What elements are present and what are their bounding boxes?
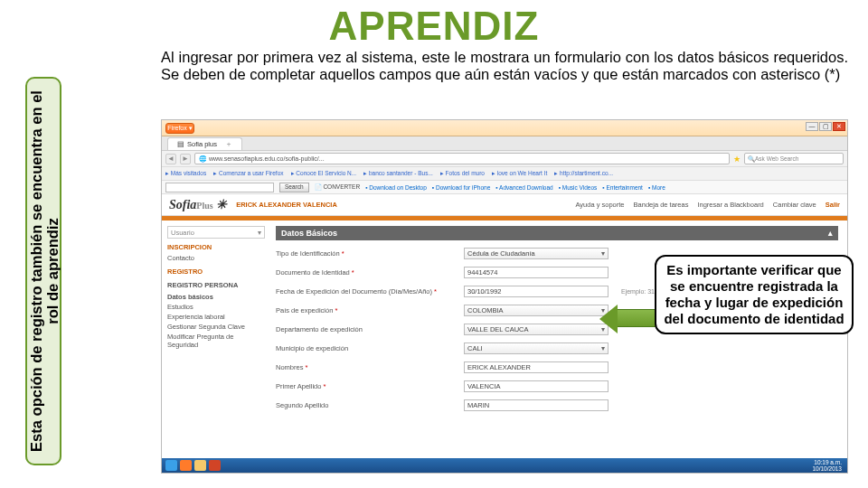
form-label: Nombres * [276, 363, 457, 371]
sofia-menu-item[interactable]: Cambiar clave [773, 201, 816, 209]
sofia-top-menu: Ayuda y soporteBandeja de tareasIngresar… [575, 201, 840, 209]
sidebar-item[interactable]: Experiencia laboral [167, 312, 265, 322]
form-label: Fecha de Expedición del Documento (Día/M… [276, 287, 457, 296]
toolbar-link[interactable]: ▪ Entertainment [602, 184, 643, 191]
bookmark-link[interactable]: ▸ banco santander - Bus... [363, 170, 433, 177]
bookmark-link[interactable]: ▸ Comenzar a usar Firefox [213, 170, 283, 177]
form-input[interactable]: 94414574 [464, 267, 609, 278]
sidebar-item[interactable]: Datos básicos [167, 292, 265, 302]
toolbar-link[interactable]: ▪ Download on Desktop [365, 184, 427, 191]
url-input[interactable]: 🌐 www.senasofiaplus.edu.co/sofia-public/… [194, 153, 730, 164]
taskbar-firefox-icon[interactable] [180, 460, 192, 471]
sidebar-item[interactable]: Gestionar Segunda Clave [167, 322, 265, 332]
taskbar-clock: 10:19 a.m.10/10/2013 [812, 459, 844, 472]
sofia-menu-item[interactable]: Ayuda y soporte [575, 201, 624, 209]
window-controls[interactable]: —▢✕ [806, 122, 845, 131]
form-label: Tipo de Identificación * [276, 249, 457, 258]
sidebar-item[interactable]: Modificar Pregunta de Seguridad [167, 332, 265, 350]
form-section-header[interactable]: Datos Básicos [276, 226, 838, 240]
sidebar-section-head: INSCRIPCION [167, 243, 265, 251]
form-label: Segundo Apellido [276, 401, 457, 409]
toolbar-link[interactable]: ▪ More [648, 184, 665, 191]
bookmark-link[interactable]: ▸ Más visitados [165, 170, 206, 177]
form-input[interactable]: VALENCIA [464, 380, 609, 392]
sidebar-item[interactable]: REGISTRO PERSONA [167, 280, 265, 290]
toolbar-search-button[interactable]: Search [279, 183, 309, 192]
sofia-menu-item[interactable]: Bandeja de tareas [634, 201, 689, 209]
bookmark-link[interactable]: ▸ love on We Heart It [492, 170, 547, 177]
callout-box: Es importante verificar que se encuentre… [655, 255, 854, 334]
sofia-menu-item[interactable]: Ingresar a Blackboard [697, 201, 763, 209]
logout-link[interactable]: Salir [826, 201, 840, 209]
bookmark-link[interactable]: ▸ http://startiment.co... [554, 170, 613, 177]
form-label: Municipio de expedición [276, 344, 457, 352]
page-title: APRENDIZ [0, 0, 868, 49]
sofia-header: SofiaPlus ✳ ERICK ALEXANDER VALENCIA Ayu… [162, 194, 847, 216]
form-row: Nombres *ERICK ALEXANDER [276, 361, 838, 373]
sidebar-section-head: REGISTRO [167, 267, 265, 276]
side-note-box: Esta opción de registro también se encue… [25, 77, 61, 465]
back-button[interactable]: ◄ [165, 154, 176, 164]
browser-tab[interactable]: ▤Sofia plus＋ [167, 137, 242, 150]
intro-paragraph: Al ingresar por primera vez al sistema, … [161, 49, 848, 83]
role-select[interactable]: Usuario [167, 226, 265, 239]
sofia-logo: SofiaPlus ✳ [169, 197, 227, 212]
addon-toolbar: Search 📄 CONVERTER ▪ Download on Desktop… [162, 181, 847, 194]
form-input[interactable]: MARIN [464, 399, 609, 411]
form-label: Departamento de expedición [276, 325, 457, 333]
tab-bar: ▤Sofia plus＋ [162, 136, 847, 151]
form-select[interactable]: Cédula de Ciudadanía [464, 248, 609, 259]
form-label: País de expedición * [276, 306, 457, 314]
address-bar-row: ◄ ► 🌐 www.senasofiaplus.edu.co/sofia-pub… [162, 151, 847, 167]
logged-user-name: ERICK ALEXANDER VALENCIA [236, 201, 337, 209]
form-input[interactable]: 30/10/1992 [464, 286, 609, 297]
firefox-menu-button[interactable]: Firefox ▾ [165, 123, 194, 134]
bookmark-link[interactable]: ▸ Conoce El Servicio N... [291, 170, 357, 177]
bookmarks-bar: ▸ Más visitados▸ Comenzar a usar Firefox… [162, 167, 847, 181]
toolbar-link[interactable]: ▪ Download for iPhone [432, 184, 490, 191]
bookmark-link[interactable]: ▸ Fotos del muro [440, 170, 485, 177]
toolbar-search-input[interactable] [165, 183, 274, 192]
form-select[interactable]: COLOMBIA [464, 305, 609, 316]
firefox-header: Firefox ▾ [162, 120, 847, 136]
converter-label: 📄 CONVERTER [315, 183, 361, 191]
windows-taskbar: 10:19 a.m.10/10/2013 [162, 458, 847, 473]
taskbar-ie-icon[interactable] [165, 460, 177, 471]
form-select[interactable]: CALI [464, 343, 609, 354]
sidebar-item[interactable]: Estudios [167, 302, 265, 312]
form-row: Municipio de expediciónCALI [276, 343, 838, 354]
taskbar-powerpoint-icon[interactable] [209, 460, 221, 471]
sofia-sidebar: Usuario INSCRIPCIONContactoREGISTROREGIS… [162, 221, 270, 458]
toolbar-link[interactable]: ▪ Music Videos [559, 184, 598, 191]
form-select[interactable]: VALLE DEL CAUCA [464, 324, 609, 335]
form-row: Primer Apellido *VALENCIA [276, 380, 838, 392]
toolbar-link[interactable]: ▪ Advanced Download [495, 184, 552, 191]
forward-button[interactable]: ► [180, 154, 191, 164]
form-label: Documento de Identidad * [276, 268, 457, 277]
form-row: Segundo ApellidoMARIN [276, 399, 838, 411]
form-input[interactable]: ERICK ALEXANDER [464, 361, 609, 373]
form-label: Primer Apellido * [276, 382, 457, 390]
browser-search-input[interactable]: 🔍 Ask Web Search [744, 153, 844, 164]
taskbar-explorer-icon[interactable] [194, 460, 206, 471]
sidebar-item[interactable]: Contacto [167, 253, 265, 263]
bookmark-star-icon[interactable]: ★ [733, 155, 741, 164]
